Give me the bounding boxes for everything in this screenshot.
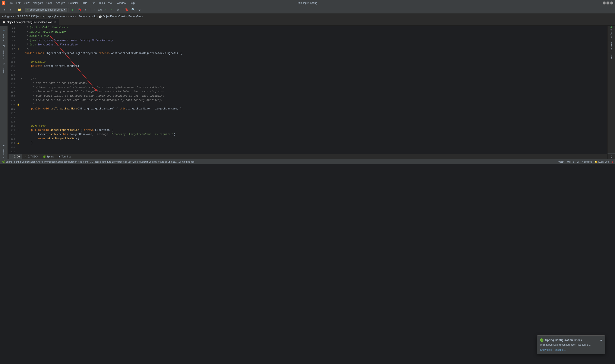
status-position[interactable]: 98:14 — [558, 160, 565, 163]
toolbar-forward-btn[interactable]: ▷ — [8, 7, 14, 13]
menu-tools[interactable]: Tools — [98, 1, 106, 5]
code-line-101: private String targetBeanName; — [25, 64, 607, 68]
status-message: Spring Configuration Check: Unmapped Spr… — [14, 160, 557, 163]
code-line-117: Assert.hasText(this.targetBeanName, mess… — [25, 132, 607, 137]
breadcrumb-sep3: › — [68, 15, 68, 18]
breadcrumb-item-beans[interactable]: beans — [69, 15, 77, 18]
gutter-row-121: 121 — [8, 149, 23, 154]
status-encoding[interactable]: UTF-8 — [567, 160, 574, 163]
run-with-coverage-btn[interactable]: ⚡ — [83, 7, 89, 13]
todo-tab-icon: ✔ — [25, 155, 27, 158]
gutter-row-99: 99 — [8, 55, 23, 60]
branch-selector[interactable]: ⑂ BeanCreationExceptionDemo ▾ — [25, 8, 67, 12]
menu-code[interactable]: Code — [45, 1, 53, 5]
toolbar-sep4 — [90, 8, 90, 12]
notification-collapse-btn[interactable]: ∧ — [600, 338, 602, 342]
right-sidebar-database-group: Database — [608, 41, 615, 52]
menu-vcs[interactable]: VCS — [107, 1, 114, 5]
menu-file[interactable]: File — [8, 1, 13, 5]
run-btn[interactable]: ▶ — [70, 7, 76, 13]
status-line-sep[interactable]: LF — [576, 160, 579, 163]
search-everywhere-btn[interactable]: 🔍 — [130, 7, 136, 13]
title-bar: ✦ File Edit View Navigate Code Analyze R… — [0, 0, 615, 6]
maximize-button[interactable]: □ — [606, 1, 609, 4]
right-sidebar-database[interactable]: Database — [610, 41, 613, 52]
menu-help[interactable]: Help — [129, 1, 136, 5]
menu-run[interactable]: Run — [90, 1, 96, 5]
window-title: thinking-in-spring — [298, 1, 317, 4]
branch-name: BeanCreationExceptionDemo — [29, 8, 63, 11]
status-spring-icon-group[interactable]: 🌿 Spring — [2, 160, 12, 163]
spring-tab[interactable]: 🌿 Spring — [40, 154, 56, 159]
gutter-fold-104[interactable]: ▼ — [20, 78, 23, 80]
code-content[interactable]: * @author Colin Sampaleanu * @author Jue… — [23, 26, 607, 154]
toolbar-project-btn[interactable]: 📁 — [16, 7, 22, 13]
bookmark-btn[interactable]: 🔖 — [124, 7, 130, 13]
git-update-btn[interactable]: ↑ — [92, 7, 98, 13]
status-spring-icon: 🌿 — [2, 160, 5, 163]
right-sidebar-ant[interactable]: Ant — [610, 154, 613, 159]
line-num-103: 103 — [8, 73, 16, 76]
disable-link[interactable]: Disable... — [555, 348, 566, 351]
debug-btn[interactable]: 🐞 — [77, 7, 82, 13]
breadcrumb-item-jar[interactable]: spring-beans-5.2.2.RELEASE.jar — [2, 15, 39, 18]
close-button[interactable]: ✕ — [610, 1, 613, 4]
breadcrumb-item-config[interactable]: config — [89, 15, 96, 18]
sidebar-item-favorites[interactable]: ★ — [1, 142, 7, 148]
right-sidebar-commit[interactable]: Commit — [610, 53, 613, 61]
spring-tab-icon: 🌿 — [42, 155, 46, 158]
settings-btn[interactable]: ⚙ — [136, 7, 142, 13]
breadcrumb-item-org[interactable]: org — [42, 15, 45, 18]
minimize-button[interactable]: ─ — [603, 1, 606, 4]
spring-leaf-icon: 🌿 — [541, 339, 543, 341]
code-line-109: * the need for the extra level of indire… — [25, 98, 607, 103]
git-tab[interactable]: ⑂ 9: Git — [9, 154, 22, 159]
menu-navigate[interactable]: Navigate — [32, 1, 44, 5]
breadcrumb-item-factory[interactable]: factory — [79, 15, 87, 18]
line-num-99: 99 — [8, 56, 16, 59]
git-checkmark-btn[interactable]: ✓ — [102, 7, 108, 13]
status-indent[interactable]: 4 spaces — [582, 160, 592, 163]
breadcrumb-icon: ☕ — [99, 15, 102, 18]
gutter-icon-116: ↑ — [17, 129, 20, 131]
menu-edit[interactable]: Edit — [15, 1, 21, 5]
status-right: 98:14 UTF-8 LF 4 spaces 🔔 Event Log S — [558, 160, 613, 163]
editor-area: 92 93 94 — [8, 26, 607, 159]
menu-refactor[interactable]: Refactor — [68, 1, 79, 5]
terminal-tab[interactable]: ▶ Terminal — [57, 154, 73, 159]
toolbar-back-btn[interactable]: ◁ — [1, 7, 7, 13]
breadcrumb-item-springframework[interactable]: springframework — [48, 15, 67, 18]
menu-build[interactable]: Build — [81, 1, 88, 5]
fold-icon-111[interactable]: ▶ — [21, 108, 22, 110]
menu-window[interactable]: Window — [116, 1, 127, 5]
sidebar-item-structure[interactable]: ⊞ — [1, 43, 7, 50]
fold-icon-104[interactable]: ▼ — [21, 78, 22, 80]
code-editor[interactable]: 92 93 94 — [8, 26, 607, 154]
gutter-row-112: 112 — [8, 111, 23, 115]
gutter-row-120: 120 — [8, 145, 23, 149]
git-rollback-btn[interactable]: ↺ — [115, 7, 121, 13]
sidebar-item-commit[interactable]: ⑂ — [1, 61, 7, 68]
gutter-fold-111[interactable]: ▶ — [20, 108, 23, 110]
show-help-link[interactable]: Show Help — [540, 348, 552, 351]
sidebar-item-project[interactable]: 🗂 — [1, 26, 7, 33]
notification-title: Spring Configuration Check — [545, 338, 582, 342]
yellow-dot-97: ● — [17, 48, 19, 51]
code-line-121 — [25, 149, 607, 154]
java-file-icon: ☕ — [2, 21, 6, 24]
tab-close-btn[interactable]: ✕ — [53, 21, 57, 24]
editor-tab[interactable]: ☕ ObjectFactoryCreatingFactoryBean.java … — [0, 19, 59, 26]
menu-analyze[interactable]: Analyze — [55, 1, 66, 5]
status-event-log[interactable]: 🔔 Event Log — [594, 160, 609, 163]
code-line-108: * bean could simply be injected straight… — [25, 94, 607, 98]
code-line-94: * @since 1.0.2 — [25, 34, 607, 39]
todo-tab[interactable]: ✔ 6: TODO — [23, 154, 40, 159]
line-num-94: 94 — [8, 35, 16, 38]
status-cn-icon[interactable]: S — [611, 160, 613, 163]
right-sidebar-restfultool[interactable]: RestfulTool — [610, 29, 613, 40]
git-commit-btn[interactable]: ✓ — [108, 7, 114, 13]
menu-view[interactable]: View — [23, 1, 30, 5]
code-line-107: * always will be (because if the target … — [25, 90, 607, 94]
code-line-99 — [25, 55, 607, 60]
tab-filename: ObjectFactoryCreatingFactoryBean.java — [7, 21, 52, 24]
